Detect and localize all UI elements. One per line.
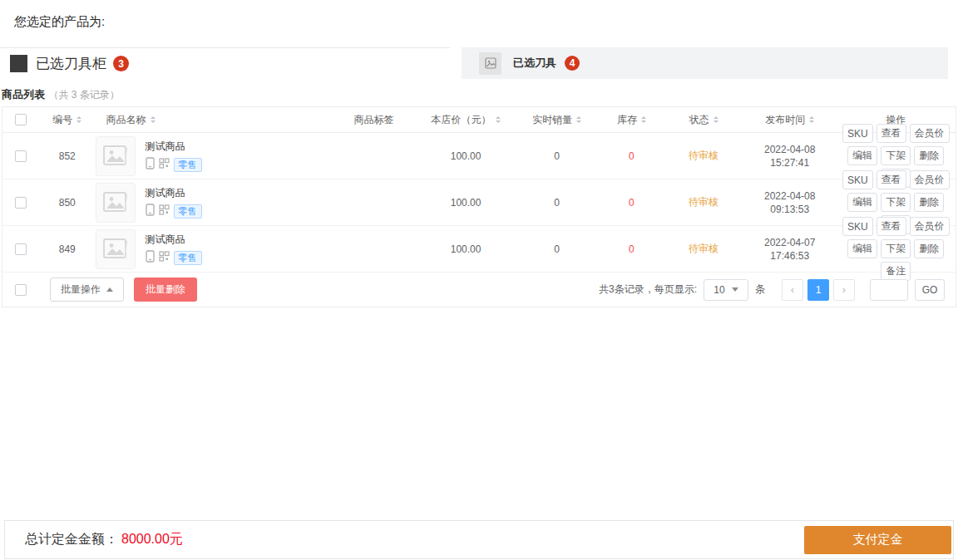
header-price-label: 本店价（元） xyxy=(432,113,491,127)
product-thumbnail xyxy=(96,229,136,269)
pagination: 共3条记录，每页显示: 10 条 ‹ 1 › GO xyxy=(599,279,956,301)
bulk-action-button[interactable]: 批量操作 xyxy=(50,278,124,302)
cabinet-count-badge: 3 xyxy=(113,56,129,71)
bulk-delete-button[interactable]: 批量删除 xyxy=(134,278,197,302)
unit-label: 条 xyxy=(755,282,765,297)
product-price: 100.00 xyxy=(417,150,515,162)
edit-button[interactable]: 编辑 xyxy=(847,239,877,258)
member-price-button[interactable]: 会员价 xyxy=(910,170,950,189)
tab-selected-tools[interactable]: 已选刀具 4 xyxy=(462,47,948,79)
record-summary: 共3条记录，每页显示: xyxy=(599,282,697,297)
delete-button[interactable]: 删除 xyxy=(914,239,944,258)
qrcode-icon[interactable] xyxy=(159,204,170,218)
view-button[interactable]: 查看 xyxy=(877,170,906,189)
member-price-button[interactable]: 会员价 xyxy=(910,124,950,143)
view-button[interactable]: 查看 xyxy=(877,124,906,143)
view-button[interactable]: 查看 xyxy=(877,217,906,236)
header-stock[interactable]: 库存 xyxy=(600,113,664,127)
qrcode-icon[interactable] xyxy=(159,251,170,264)
product-stock: 0 xyxy=(600,243,664,255)
header-id-label: 编号 xyxy=(52,113,72,127)
publish-time: 2022-04-08 15:27:41 xyxy=(743,143,837,169)
delete-button[interactable]: 删除 xyxy=(914,193,944,212)
product-sales: 0 xyxy=(515,243,600,255)
product-name[interactable]: 测试商品 xyxy=(146,186,202,199)
page-jump-input[interactable] xyxy=(870,279,908,301)
mobile-icon[interactable] xyxy=(146,157,155,172)
delete-button[interactable]: 删除 xyxy=(914,146,944,165)
row-checkbox[interactable] xyxy=(15,150,27,162)
list-title: 商品列表 xyxy=(2,88,45,101)
publish-date-line: 2022-04-08 xyxy=(764,143,815,156)
sku-button[interactable]: SKU xyxy=(842,170,873,189)
list-record-count: （共 3 条记录） xyxy=(48,89,119,101)
page-size-select[interactable]: 10 xyxy=(704,279,748,301)
footer-bar: 总计定金金额： 8000.00元 支付定金 xyxy=(4,520,954,559)
publish-date-line: 2022-04-07 xyxy=(764,236,815,249)
page-title: 您选定的产品为: xyxy=(0,0,958,30)
go-button[interactable]: GO xyxy=(915,279,945,301)
header-status[interactable]: 状态 xyxy=(664,113,743,127)
edit-button[interactable]: 编辑 xyxy=(847,146,877,165)
unlist-button[interactable]: 下架 xyxy=(881,193,911,212)
edit-button[interactable]: 编辑 xyxy=(847,193,877,212)
row-checkbox[interactable] xyxy=(15,197,27,209)
header-price[interactable]: 本店价（元） xyxy=(417,113,515,127)
row-actions: SKU 查看 会员价 编辑 下架 删除 备注 xyxy=(837,215,956,282)
bulk-action-label: 批量操作 xyxy=(61,282,101,297)
current-page-button[interactable]: 1 xyxy=(807,279,829,301)
header-name[interactable]: 商品名称 xyxy=(96,113,331,127)
retail-tag: 零售 xyxy=(174,204,202,219)
sku-button[interactable]: SKU xyxy=(842,124,873,143)
sku-button[interactable]: SKU xyxy=(842,217,873,236)
select-all-checkbox[interactable] xyxy=(15,114,27,125)
selection-tabs: 已选刀具柜 3 已选刀具 4 xyxy=(0,47,958,79)
product-table: 编号 商品名称 商品标签 本店价（元） 实时销量 库存 状态 发布时间 操作 xyxy=(2,106,956,307)
product-status: 待审核 xyxy=(664,242,743,256)
product-price: 100.00 xyxy=(417,243,515,255)
header-id[interactable]: 编号 xyxy=(39,113,96,127)
mobile-icon[interactable] xyxy=(146,250,155,265)
sort-icon[interactable] xyxy=(576,116,581,123)
sort-icon[interactable] xyxy=(496,116,501,123)
product-stock: 0 xyxy=(600,197,664,209)
next-page-button[interactable]: › xyxy=(833,279,855,301)
product-name[interactable]: 测试商品 xyxy=(146,233,202,246)
publish-time-line: 17:46:53 xyxy=(770,249,809,263)
product-status: 待审核 xyxy=(664,195,743,209)
header-sales[interactable]: 实时销量 xyxy=(515,113,600,127)
sort-icon[interactable] xyxy=(809,116,814,123)
sort-icon[interactable] xyxy=(714,116,718,123)
header-name-label: 商品名称 xyxy=(106,113,146,127)
tab-selected-cabinet[interactable]: 已选刀具柜 3 xyxy=(0,47,450,79)
product-sales: 0 xyxy=(515,150,600,162)
picture-icon xyxy=(479,52,501,75)
header-tag-label: 商品标签 xyxy=(353,113,393,127)
caret-down-icon xyxy=(732,287,738,295)
product-status: 待审核 xyxy=(664,149,743,163)
mobile-icon[interactable] xyxy=(146,204,155,219)
header-publish-time[interactable]: 发布时间 xyxy=(743,113,837,126)
pay-deposit-button[interactable]: 支付定金 xyxy=(804,526,951,554)
member-price-button[interactable]: 会员价 xyxy=(910,217,950,236)
row-checkbox[interactable] xyxy=(15,243,27,255)
unlist-button[interactable]: 下架 xyxy=(881,146,911,165)
sort-icon[interactable] xyxy=(151,116,156,123)
unlist-button[interactable]: 下架 xyxy=(881,239,911,258)
prev-page-button[interactable]: ‹ xyxy=(782,279,803,301)
section-marker-icon xyxy=(10,55,27,72)
product-id: 850 xyxy=(39,197,96,209)
sort-icon[interactable] xyxy=(641,116,646,123)
list-caption: 商品列表 （共 3 条记录） xyxy=(2,86,958,102)
product-name[interactable]: 测试商品 xyxy=(146,140,202,153)
batch-operations-row: 批量操作 批量删除 共3条记录，每页显示: 10 条 ‹ 1 › GO xyxy=(2,273,956,307)
caret-up-icon xyxy=(106,284,113,292)
qrcode-icon[interactable] xyxy=(159,158,170,171)
table-row: 850 测试商品 零售 100.00 0 0 待审核 2022-04-08 09… xyxy=(2,179,956,226)
tools-tab-label: 已选刀具 xyxy=(513,56,556,71)
publish-date-line: 2022-04-08 xyxy=(764,189,815,203)
batch-select-checkbox[interactable] xyxy=(15,284,27,296)
table-row: 852 测试商品 零售 100.00 0 0 待审核 2022-04-08 15… xyxy=(2,133,956,179)
header-publish-label: 发布时间 xyxy=(765,113,805,126)
sort-icon[interactable] xyxy=(77,116,81,123)
